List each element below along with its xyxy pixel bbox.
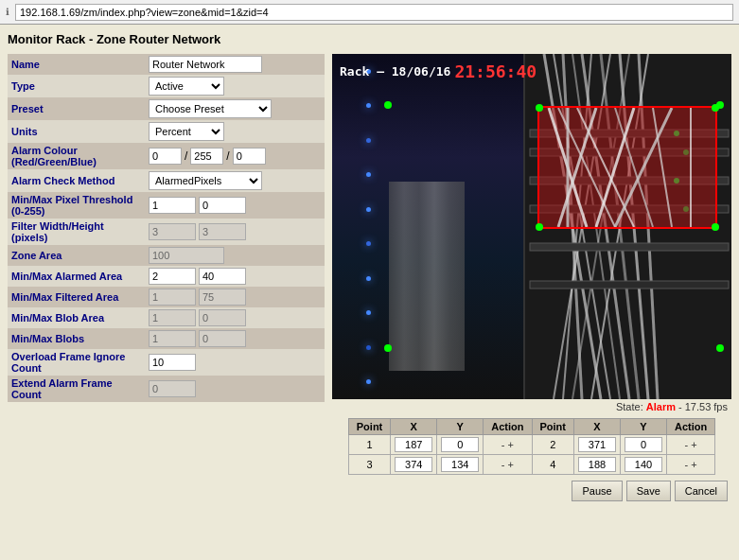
pt2-x1 <box>391 455 437 475</box>
units-cell: Percent Pixels <box>145 120 325 143</box>
pt1-plus[interactable]: + <box>508 439 514 450</box>
blobs-max-input[interactable] <box>199 330 246 347</box>
right-panel: Rack – 18/06/16 21:56:40 <box>332 54 731 501</box>
col-point2: Point <box>532 419 574 435</box>
alarm-check-cell: AlarmedPixels FilteredPixels Blobs <box>145 169 325 192</box>
pt2-a1: - + <box>484 455 532 475</box>
blue-light-8 <box>366 310 371 315</box>
blob-area-min-input[interactable] <box>149 309 196 326</box>
alarm-r-input[interactable] <box>149 148 182 165</box>
alarm-state-value: Alarm <box>646 401 676 412</box>
pt1-y2-input[interactable] <box>625 437 662 452</box>
pt1-x1 <box>391 435 437 455</box>
extend-input[interactable] <box>149 380 196 397</box>
alarmed-min-input[interactable] <box>149 268 196 285</box>
type-select[interactable]: Active Inclusive Exclusive Preclusive <box>149 77 224 96</box>
pt1-minus2[interactable]: - <box>685 439 689 450</box>
filtered-min-input[interactable] <box>149 289 196 306</box>
pixel-threshold-min-input[interactable] <box>149 197 196 214</box>
alarmed-area-cell <box>145 266 325 287</box>
pt2-minus[interactable]: - <box>501 459 505 470</box>
pixel-threshold-cell <box>145 192 325 219</box>
pt2-y2-input[interactable] <box>625 457 662 472</box>
main-content: Monitor Rack - Zone Router Network Name … <box>0 25 739 560</box>
save-button[interactable]: Save <box>626 481 671 501</box>
name-cell <box>145 54 325 75</box>
col-action2: Action <box>667 419 715 435</box>
filtered-area-label: Min/Max Filtered Area <box>8 287 145 307</box>
units-label: Units <box>8 120 145 143</box>
pause-button[interactable]: Pause <box>572 481 622 501</box>
pt2-x1-input[interactable] <box>395 457 432 472</box>
svg-line-26 <box>558 108 596 227</box>
alarm-colour-cell: / / <box>145 143 325 169</box>
zone-corner-tl <box>384 101 392 109</box>
blobs-min-input[interactable] <box>149 330 196 347</box>
zone-area-cell <box>145 245 325 266</box>
preset-label: Preset <box>8 97 145 120</box>
pixel-threshold-max-input[interactable] <box>199 197 246 214</box>
pt2-minus2[interactable]: - <box>685 459 689 470</box>
blue-light-10 <box>366 379 371 384</box>
pt2-x2-input[interactable] <box>578 457 616 472</box>
points-table: Point X Y Action Point X Y Action 1 <box>348 418 715 475</box>
overload-cell <box>145 349 325 376</box>
timestamp-right: 21:56:40 <box>454 61 537 81</box>
blue-light-6 <box>366 241 371 246</box>
alarm-colour-inputs: / / <box>149 148 321 165</box>
zone-corner-bl <box>384 344 392 352</box>
units-select[interactable]: Percent Pixels <box>149 122 224 141</box>
pt1-minus[interactable]: - <box>501 439 505 450</box>
pt1-x2-input[interactable] <box>578 437 616 452</box>
svg-line-28 <box>596 108 634 227</box>
pt1-y1 <box>437 435 484 455</box>
cancel-button[interactable]: Cancel <box>675 481 728 501</box>
pt2-x2 <box>574 455 621 475</box>
filter-wh-label: Filter Width/Height (pixels) <box>8 219 145 245</box>
col-x2: X <box>574 419 621 435</box>
pt2-plus[interactable]: + <box>508 459 514 470</box>
pt2-y1-input[interactable] <box>441 457 479 472</box>
alarm-corner-tr <box>712 104 719 112</box>
blob-area-inputs <box>149 309 321 326</box>
name-label: Name <box>8 54 145 75</box>
alarm-g-input[interactable] <box>190 148 223 165</box>
alarm-check-select[interactable]: AlarmedPixels FilteredPixels Blobs <box>149 171 262 190</box>
zone-corner-br <box>716 344 724 352</box>
pt1-plus2[interactable]: + <box>691 439 696 450</box>
alarm-b-input[interactable] <box>233 148 266 165</box>
pt1-x1-input[interactable] <box>395 437 432 452</box>
alarm-corner-bl <box>536 223 543 231</box>
svg-rect-17 <box>530 281 729 289</box>
type-label: Type <box>8 75 145 97</box>
fps-text: - 17.53 fps <box>678 401 728 412</box>
alarmed-max-input[interactable] <box>199 268 246 285</box>
alarm-corner-br <box>712 223 719 231</box>
filter-h-input[interactable] <box>199 223 246 240</box>
filtered-max-input[interactable] <box>199 289 246 306</box>
slash1: / <box>185 149 187 163</box>
extend-label: Extend Alarm Frame Count <box>8 376 145 402</box>
pt2-p1: 3 <box>348 455 391 475</box>
name-input[interactable] <box>149 56 262 73</box>
pt1-y1-input[interactable] <box>441 437 479 452</box>
alarmed-area-inputs <box>149 268 321 285</box>
overload-input[interactable] <box>149 354 196 371</box>
pt2-p2: 4 <box>532 455 574 475</box>
filtered-area-cell <box>145 287 325 307</box>
filter-w-input[interactable] <box>149 223 196 240</box>
col-x1: X <box>391 419 437 435</box>
blob-area-cell <box>145 307 325 328</box>
left-panel: Name Type Active Inclusive Exclusive Pre… <box>8 54 325 501</box>
extend-cell <box>145 376 325 402</box>
blob-area-max-input[interactable] <box>199 309 246 326</box>
pt1-a2: - + <box>667 435 715 455</box>
pixel-threshold-inputs <box>149 197 321 214</box>
timestamp-left: Rack – 18/06/16 <box>340 64 450 79</box>
state-bar: State: Alarm - 17.53 fps <box>332 399 731 414</box>
col-action1: Action <box>484 419 532 435</box>
pt2-plus2[interactable]: + <box>691 459 696 470</box>
zone-area-input[interactable] <box>149 247 224 264</box>
url-input[interactable]: 192.168.1.69/zm/index.php?view=zone&mid=… <box>15 4 733 21</box>
preset-select[interactable]: Choose Preset <box>149 99 272 118</box>
